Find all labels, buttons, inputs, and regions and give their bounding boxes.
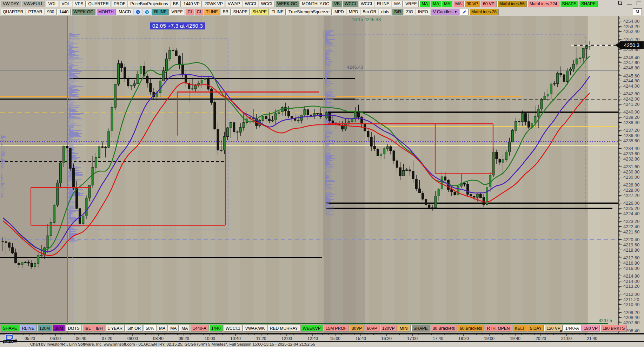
tb1-vw-full-button[interactable]: VW>FULL	[22, 1, 46, 7]
tb2-quarter-button[interactable]: QUARTER	[1, 9, 25, 15]
tb1-monthly-gc-button[interactable]: MONTHLY.GC	[300, 1, 331, 7]
tb2-ptbar-button[interactable]: PTBAR	[26, 9, 44, 15]
time-axis[interactable]: 05:2006:0006:4007:2008:0008:4009:2010:00…	[0, 334, 644, 342]
tbb-180-vp-button[interactable]: 180 VP	[582, 325, 600, 332]
tbb-120m-button[interactable]: 120M	[37, 325, 52, 332]
tb2-mpd-button[interactable]: MPD	[347, 9, 360, 15]
tb1-wcci-button[interactable]: WCCI	[359, 1, 374, 7]
tbb-weekvp-button[interactable]: WEEKVP	[301, 325, 323, 332]
tb1-wcci-button[interactable]: WCCI	[343, 1, 358, 7]
tbb-shape-button[interactable]: SHAPE	[411, 325, 430, 332]
tbb-mini-button[interactable]: MINI	[398, 325, 411, 332]
tbb-vwap-wk-button[interactable]: VWAP.WK	[243, 325, 267, 332]
tb1-ma-button[interactable]: MA	[392, 1, 403, 7]
tb2-zig-button[interactable]: ZIG	[404, 9, 415, 15]
tbb-15m-prof-button[interactable]: 15M PROF	[324, 325, 349, 332]
tb2-month-button[interactable]: MONTH	[96, 9, 116, 15]
tb2-1440-button[interactable]: 1440	[57, 9, 71, 15]
tb2-5m-or-button[interactable]: 5m OR	[361, 9, 378, 15]
tb2-dots-button[interactable]: dots	[379, 9, 391, 15]
tb1-vref-button[interactable]: VREF	[403, 1, 419, 7]
tbb-ibh-button[interactable]: IBH	[94, 325, 105, 332]
tbb-ma-button[interactable]: MA	[168, 325, 179, 332]
tbb-ma-button[interactable]: MA	[179, 325, 190, 332]
tb1-bb-button[interactable]: BB	[171, 1, 181, 7]
tb1-20wk-vp-button[interactable]: 20WK VP	[203, 1, 225, 7]
tb2-info-button[interactable]: INFO	[416, 9, 430, 15]
tb1-vol-button[interactable]: VOL	[60, 1, 72, 7]
tb1-mathlines-56-button[interactable]: MathLines.56	[497, 1, 527, 7]
tb1-vb-button[interactable]: VB	[332, 1, 342, 7]
tb2-truestrengthsqueeze-button[interactable]: TrueStrengthSqueeze	[286, 9, 332, 15]
tb1-ma-button[interactable]: MA	[431, 1, 441, 7]
tb1-week-gc-button[interactable]: WEEK.GC	[275, 1, 299, 7]
tb2-mathlines-28-button[interactable]: MathLines.28	[469, 9, 499, 15]
maximize-window-icon[interactable]	[637, 1, 641, 5]
tbb-60vp-button[interactable]: 60VP	[365, 325, 379, 332]
tbb-ma-button[interactable]: MA	[157, 325, 167, 332]
tb2-shape-button[interactable]: SHAPE	[231, 9, 250, 15]
tb1-1440-vp-button[interactable]: 1440 VP	[181, 1, 202, 7]
tb1-prof-button[interactable]: PROF	[112, 1, 127, 7]
timer-icon[interactable]	[143, 9, 151, 15]
tbb-5-day-button[interactable]: 5 DAY	[528, 325, 544, 332]
tb2-rline-button[interactable]: RLINE	[152, 9, 168, 15]
pencil-icon[interactable]	[460, 9, 469, 15]
tb1-wcci-button[interactable]: WCCI	[259, 1, 274, 7]
tbb-wcci-1-button[interactable]: WCCI.1	[224, 325, 243, 332]
tbb-rline-button[interactable]: RLINE	[20, 325, 36, 332]
tb2-s-r-button[interactable]: S/R	[392, 9, 403, 15]
tb2-tline-button[interactable]: TLINE	[270, 9, 286, 15]
tb1-mathlines-224-button[interactable]: MathLines.224	[527, 1, 559, 7]
tb1-vw-day-button[interactable]: VW.DAY	[1, 1, 21, 7]
scroll-marker-icon[interactable]: ▲	[559, 328, 563, 332]
tbb-1440-a-button[interactable]: 1440-A	[563, 325, 581, 332]
tbb-120vp-button[interactable]: 120VP	[380, 325, 397, 332]
clock-icon[interactable]	[134, 9, 142, 15]
tb1-rline-button[interactable]: RLINE	[375, 1, 391, 7]
tb1-ma-button[interactable]: MA	[419, 1, 430, 7]
tb1-quarter-button[interactable]: QUARTER	[86, 1, 111, 7]
tbb-60-brackets-button[interactable]: 60.Brackets	[458, 325, 484, 332]
tb2-tline-button[interactable]: TLINE	[204, 9, 220, 15]
tb2-ci-button[interactable]: CI	[195, 9, 203, 15]
tb1-priceboxprojections-button[interactable]: PriceBoxProjections	[128, 1, 170, 7]
tb2-week-gc-button[interactable]: WEEK.GC	[71, 9, 95, 15]
tbb-5m-or-button[interactable]: 5m OR	[125, 325, 143, 332]
tbb-30vp-button[interactable]: 30VP	[350, 325, 364, 332]
tbb-dots-button[interactable]: DOTS	[66, 325, 81, 332]
tb1-vps-button[interactable]: VPS	[73, 1, 86, 7]
tbb-shape-button[interactable]: SHAPE	[1, 325, 19, 332]
tb1-60-vp-button[interactable]: 60 VP	[481, 1, 497, 7]
tbb-50-button[interactable]: 50%	[144, 325, 156, 332]
tbb-30-brackets-button[interactable]: 30.Brackets	[431, 325, 457, 332]
tbb-30m-button[interactable]: 30M	[53, 325, 65, 332]
tb2-mpd-button[interactable]: MPD	[332, 9, 346, 15]
tbb-rth-open-button[interactable]: RTH. OPEN	[485, 325, 512, 332]
tb2-shape-button[interactable]: SHAPE	[250, 9, 269, 15]
tbb-180-brkts-button[interactable]: 180 BRKTS	[600, 325, 627, 332]
tbb-red-murray-button[interactable]: RED MURRAY	[268, 325, 300, 332]
tb1-ma-button[interactable]: MA	[453, 1, 464, 7]
price-chart-canvas[interactable]: 16:15 4246.434246.434207.54255.204254.00…	[0, 16, 644, 334]
tb1-shape-button[interactable]: SHAPE	[560, 1, 579, 7]
tb2-930-button[interactable]: 930	[45, 9, 56, 15]
tb1-shape-button[interactable]: SHAPE	[579, 1, 598, 7]
tbb-ibl-button[interactable]: IBL	[82, 325, 93, 332]
tb2-bb-button[interactable]: BB	[221, 9, 231, 15]
tb2-v-candles-button[interactable]: V Candles▼	[431, 9, 459, 15]
tbb-1440-a-button[interactable]: 1440-A	[191, 325, 208, 332]
restore-window-icon[interactable]	[618, 1, 622, 5]
tb2-ci-button[interactable]: CI	[186, 9, 194, 15]
tb1-wcci-button[interactable]: WCCI	[243, 1, 258, 7]
tb2-vref-button[interactable]: VREF	[170, 9, 185, 15]
minimize-window-icon[interactable]	[627, 1, 632, 5]
tbb-kelt-button[interactable]: KELT	[513, 325, 527, 332]
tb1-vwap-button[interactable]: VWAP	[226, 1, 242, 7]
tbb-1440-button[interactable]: 1440	[209, 325, 223, 332]
axis-mode-button[interactable]: M	[633, 8, 642, 15]
tb1-vol-button[interactable]: VOL	[46, 1, 59, 7]
tb1-ma-button[interactable]: MA	[442, 1, 452, 7]
tb2-macd-button[interactable]: MACD	[117, 9, 133, 15]
tbb-1-year-button[interactable]: 1 YEAR	[106, 325, 125, 332]
